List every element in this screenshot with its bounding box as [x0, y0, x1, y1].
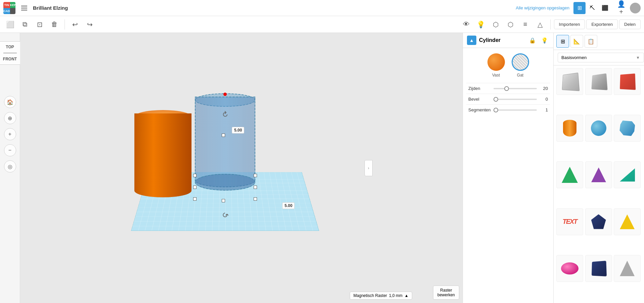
- orange-cylinder[interactable]: [134, 103, 191, 197]
- properties-panel: ▲ Cylinder 🔒 💡 Vast Gat Zijden 20 Bevel: [463, 33, 553, 303]
- handle-mr[interactable]: [254, 186, 257, 189]
- import-button[interactable]: Importeren: [554, 19, 585, 29]
- segmenten-row: Segmenten 1: [463, 105, 553, 115]
- hole-option[interactable]: Gat: [512, 53, 529, 78]
- shape-pentagon-navy[interactable]: [585, 208, 612, 235]
- redo-button[interactable]: ↪: [83, 18, 96, 31]
- fit-button[interactable]: ◎: [4, 160, 16, 172]
- home-view-button[interactable]: 🏠: [4, 96, 16, 108]
- handle-tl[interactable]: [193, 174, 197, 177]
- tab-notes[interactable]: 📋: [585, 35, 597, 48]
- red-handle-dot[interactable]: [223, 93, 227, 96]
- user-actions: 👤+: [615, 2, 641, 14]
- cube-divider: [3, 53, 17, 53]
- shape-cube-gray[interactable]: [585, 68, 612, 95]
- shape-prism-navy-visual: [592, 261, 607, 276]
- handle-bl[interactable]: [193, 197, 197, 201]
- shape-cube-red[interactable]: [614, 68, 641, 95]
- shape-cone-gray-visual: [620, 261, 635, 276]
- focus-button[interactable]: ⊕: [4, 112, 16, 124]
- hole-circle[interactable]: [512, 53, 529, 71]
- shape-cube-outline[interactable]: [556, 68, 583, 95]
- cube-top-label: TOP: [6, 45, 14, 49]
- shape-pyramid-green[interactable]: [556, 161, 583, 188]
- avatar[interactable]: [630, 3, 641, 13]
- menu-button[interactable]: [19, 3, 30, 13]
- shape-pyramid-yellow[interactable]: [614, 208, 641, 235]
- left-panel: TOP FRONT 🏠 ⊕ + − ◎: [0, 33, 20, 303]
- build-view-button[interactable]: ⛏: [586, 2, 598, 14]
- delete-button[interactable]: 🗑: [48, 18, 61, 31]
- new-shape-button[interactable]: ⬜: [3, 18, 17, 31]
- zijden-slider[interactable]: [493, 88, 537, 89]
- shape-outline-button[interactable]: ⬡: [489, 18, 503, 31]
- shape-text-visual: TEXT: [562, 218, 577, 225]
- solid-option[interactable]: Vast: [487, 53, 505, 78]
- tab-grid[interactable]: ⊞: [556, 35, 569, 48]
- shape-text[interactable]: TEXT: [556, 208, 583, 235]
- handle-bm[interactable]: [222, 199, 225, 202]
- segmenten-slider[interactable]: [493, 109, 537, 111]
- shape-sphere-blue[interactable]: [585, 115, 612, 142]
- save-status: Alle wijzigingen opgeslagen: [516, 5, 569, 10]
- topbar-right: Alle wijzigingen opgeslagen ⊞ ⛏ ⬛ 👤+: [516, 2, 641, 14]
- shape-pyramid-purple[interactable]: [585, 161, 612, 188]
- cube-box: TOP FRONT: [0, 41, 22, 65]
- duplicate-button[interactable]: ⊡: [33, 18, 46, 31]
- shape-cylinder-orange[interactable]: [556, 115, 583, 142]
- view-toggle: ⊞ ⛏ ⬛: [573, 2, 611, 14]
- shape-prism-navy[interactable]: [585, 255, 612, 282]
- magnetic-value: 1,0 mm: [389, 293, 402, 298]
- light-button[interactable]: 💡: [474, 18, 488, 31]
- shape-sphere-blue-visual: [591, 120, 606, 136]
- export-button[interactable]: Exporteren: [586, 19, 618, 29]
- shape-wedge-teal[interactable]: [614, 161, 641, 188]
- secondary-toolbar: ⬜ ⧉ ⊡ 🗑 ↩ ↪ 👁 💡 ⬡ ⬡ ≡ △ Importeren Expor…: [0, 16, 644, 33]
- add-user-button[interactable]: 👤+: [615, 2, 627, 14]
- visibility-button[interactable]: 💡: [540, 36, 549, 45]
- tab-measure[interactable]: 📐: [570, 35, 583, 48]
- center-handle[interactable]: [222, 134, 225, 137]
- shape-pyramid-green-visual: [562, 167, 578, 183]
- share-button[interactable]: Delen: [619, 19, 641, 29]
- shape-cone-gray[interactable]: [614, 255, 641, 282]
- zoom-out-button[interactable]: −: [4, 144, 16, 156]
- bevel-value: 0: [540, 97, 548, 102]
- magnetic-raster[interactable]: Magnetisch Raster 1,0 mm ▲: [350, 292, 412, 300]
- canvas[interactable]: 5.00 5.00 ↻ ↺ Rasterbewerken Magnetisch …: [20, 33, 463, 303]
- viewport-button[interactable]: 👁: [460, 18, 473, 31]
- shape-pyramid-yellow-visual: [620, 214, 635, 229]
- close-properties-button[interactable]: ›: [364, 160, 373, 176]
- shape-solid-button[interactable]: ⬡: [504, 18, 517, 31]
- lock-button[interactable]: 🔒: [528, 36, 537, 45]
- segmenten-label: Segmenten: [468, 107, 491, 112]
- shape-cyl-orange-visual: [563, 120, 576, 137]
- sim-view-button[interactable]: ⬛: [599, 2, 611, 14]
- hamburger-icon: [21, 6, 27, 10]
- handle-ml[interactable]: [193, 186, 197, 189]
- raster-control[interactable]: Rasterbewerken: [433, 286, 459, 300]
- shape-rough-blue[interactable]: [614, 115, 641, 142]
- toolbar-separator-2: [550, 19, 551, 30]
- grid-button[interactable]: ≡: [519, 18, 532, 31]
- collapse-button[interactable]: ▲: [467, 36, 476, 45]
- orange-cylinder-body: [134, 113, 191, 197]
- shapes-category-dropdown[interactable]: Basisvormen: [558, 53, 644, 62]
- shapes-dropdown-row: Basisvormen ▼: [554, 50, 644, 65]
- undo-button[interactable]: ↩: [68, 18, 82, 31]
- main-area: TOP FRONT 🏠 ⊕ + − ◎: [0, 33, 644, 303]
- bevel-slider[interactable]: [493, 99, 537, 100]
- shape-ellipsoid-pink[interactable]: [556, 255, 583, 282]
- shapes-tabs: ⊞ 📐 📋: [554, 33, 644, 50]
- handle-tr[interactable]: [254, 174, 257, 177]
- handle-br[interactable]: [254, 197, 257, 201]
- shape-rough-blue-visual: [619, 120, 635, 136]
- selected-cylinder[interactable]: 5.00: [195, 87, 255, 187]
- zoom-in-button[interactable]: +: [4, 128, 16, 140]
- solid-circle[interactable]: [487, 53, 505, 71]
- copy-button[interactable]: ⧉: [18, 18, 32, 31]
- tinkercad-logo[interactable]: TIN KER CAD: [3, 2, 15, 14]
- grid-view-button[interactable]: ⊞: [573, 2, 586, 14]
- shape-ellipsoid-pink-visual: [561, 262, 578, 274]
- mirror-button[interactable]: △: [533, 18, 547, 31]
